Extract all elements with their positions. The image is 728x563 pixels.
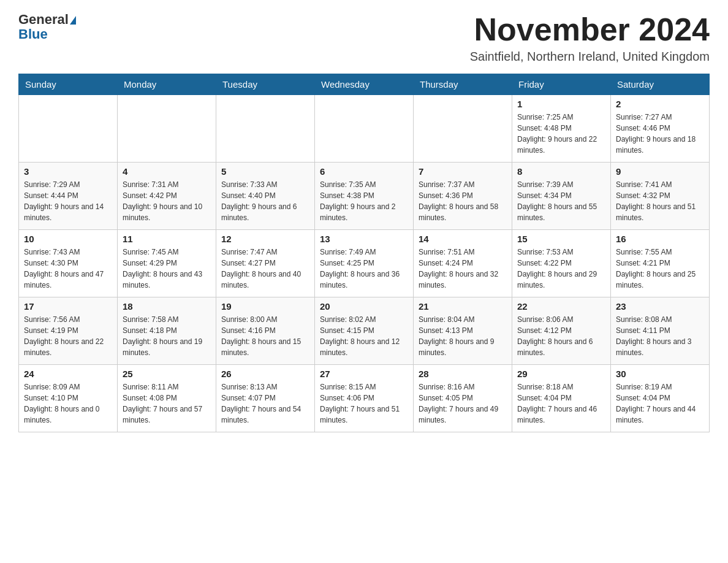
calendar-cell: 1Sunrise: 7:25 AMSunset: 4:48 PMDaylight… [512, 95, 611, 163]
day-info: Sunrise: 8:13 AMSunset: 4:07 PMDaylight:… [221, 381, 309, 426]
day-header-saturday: Saturday [611, 74, 710, 95]
day-info: Sunrise: 7:58 AMSunset: 4:18 PMDaylight:… [123, 314, 211, 358]
calendar-cell [414, 95, 512, 163]
day-info: Sunrise: 7:33 AMSunset: 4:40 PMDaylight:… [221, 179, 309, 223]
calendar-cell: 30Sunrise: 8:19 AMSunset: 4:04 PMDayligh… [611, 365, 710, 432]
calendar-cell: 15Sunrise: 7:53 AMSunset: 4:22 PMDayligh… [512, 230, 611, 297]
day-info: Sunrise: 8:00 AMSunset: 4:16 PMDaylight:… [221, 314, 309, 358]
day-info: Sunrise: 8:02 AMSunset: 4:15 PMDaylight:… [320, 314, 408, 358]
day-info: Sunrise: 7:39 AMSunset: 4:34 PMDaylight:… [517, 179, 605, 223]
calendar-cell: 11Sunrise: 7:45 AMSunset: 4:29 PMDayligh… [118, 230, 216, 297]
calendar-cell: 19Sunrise: 8:00 AMSunset: 4:16 PMDayligh… [216, 297, 315, 365]
week-row-3: 10Sunrise: 7:43 AMSunset: 4:30 PMDayligh… [19, 230, 710, 297]
day-header-sunday: Sunday [19, 74, 118, 95]
logo-triangle-icon [70, 16, 76, 25]
calendar-cell: 29Sunrise: 8:18 AMSunset: 4:04 PMDayligh… [512, 365, 611, 432]
day-info: Sunrise: 8:04 AMSunset: 4:13 PMDaylight:… [419, 314, 507, 358]
day-number: 3 [24, 166, 112, 177]
location-title: Saintfield, Northern Ireland, United Kin… [470, 50, 710, 64]
day-info: Sunrise: 7:29 AMSunset: 4:44 PMDaylight:… [24, 179, 112, 223]
day-number: 29 [517, 369, 605, 379]
day-number: 1 [517, 99, 605, 109]
day-number: 13 [320, 234, 408, 244]
calendar-cell: 9Sunrise: 7:41 AMSunset: 4:32 PMDaylight… [611, 163, 710, 230]
calendar-cell: 10Sunrise: 7:43 AMSunset: 4:30 PMDayligh… [19, 230, 118, 297]
day-info: Sunrise: 7:25 AMSunset: 4:48 PMDaylight:… [517, 112, 605, 156]
calendar-cell: 5Sunrise: 7:33 AMSunset: 4:40 PMDaylight… [216, 163, 315, 230]
day-number: 15 [517, 234, 605, 244]
logo-general-text: General [18, 12, 69, 27]
week-row-4: 17Sunrise: 7:56 AMSunset: 4:19 PMDayligh… [19, 297, 710, 365]
calendar-cell: 21Sunrise: 8:04 AMSunset: 4:13 PMDayligh… [414, 297, 512, 365]
day-info: Sunrise: 8:08 AMSunset: 4:11 PMDaylight:… [616, 314, 704, 358]
day-info: Sunrise: 7:55 AMSunset: 4:21 PMDaylight:… [616, 247, 704, 291]
day-number: 26 [221, 369, 309, 379]
day-header-friday: Friday [512, 74, 611, 95]
day-number: 21 [419, 301, 507, 312]
day-number: 17 [24, 301, 112, 312]
day-header-monday: Monday [118, 74, 216, 95]
month-title: November 2024 [470, 12, 710, 47]
day-number: 14 [419, 234, 507, 244]
day-info: Sunrise: 8:11 AMSunset: 4:08 PMDaylight:… [123, 381, 211, 426]
calendar-cell: 22Sunrise: 8:06 AMSunset: 4:12 PMDayligh… [512, 297, 611, 365]
header: General Blue November 2024 Saintfield, N… [18, 12, 710, 64]
calendar-cell: 24Sunrise: 8:09 AMSunset: 4:10 PMDayligh… [19, 365, 118, 432]
day-number: 16 [616, 234, 704, 244]
day-number: 11 [123, 234, 211, 244]
calendar-cell: 17Sunrise: 7:56 AMSunset: 4:19 PMDayligh… [19, 297, 118, 365]
calendar-cell: 12Sunrise: 7:47 AMSunset: 4:27 PMDayligh… [216, 230, 315, 297]
day-number: 28 [419, 369, 507, 379]
calendar-cell [216, 95, 315, 163]
logo: General Blue [18, 12, 76, 42]
day-info: Sunrise: 8:16 AMSunset: 4:05 PMDaylight:… [419, 381, 507, 426]
day-number: 20 [320, 301, 408, 312]
day-number: 22 [517, 301, 605, 312]
day-info: Sunrise: 7:47 AMSunset: 4:27 PMDaylight:… [221, 247, 309, 291]
week-row-5: 24Sunrise: 8:09 AMSunset: 4:10 PMDayligh… [19, 365, 710, 432]
day-info: Sunrise: 8:15 AMSunset: 4:06 PMDaylight:… [320, 381, 408, 426]
day-number: 8 [517, 166, 605, 177]
day-info: Sunrise: 7:27 AMSunset: 4:46 PMDaylight:… [616, 112, 704, 156]
calendar-cell: 26Sunrise: 8:13 AMSunset: 4:07 PMDayligh… [216, 365, 315, 432]
day-number: 4 [123, 166, 211, 177]
day-info: Sunrise: 7:53 AMSunset: 4:22 PMDaylight:… [517, 247, 605, 291]
day-number: 23 [616, 301, 704, 312]
day-number: 18 [123, 301, 211, 312]
day-number: 27 [320, 369, 408, 379]
day-info: Sunrise: 7:37 AMSunset: 4:36 PMDaylight:… [419, 179, 507, 223]
day-info: Sunrise: 7:51 AMSunset: 4:24 PMDaylight:… [419, 247, 507, 291]
calendar-cell: 14Sunrise: 7:51 AMSunset: 4:24 PMDayligh… [414, 230, 512, 297]
day-info: Sunrise: 8:09 AMSunset: 4:10 PMDaylight:… [24, 381, 112, 426]
day-info: Sunrise: 7:31 AMSunset: 4:42 PMDaylight:… [123, 179, 211, 223]
day-header-tuesday: Tuesday [216, 74, 315, 95]
calendar-cell: 2Sunrise: 7:27 AMSunset: 4:46 PMDaylight… [611, 95, 710, 163]
calendar-cell: 6Sunrise: 7:35 AMSunset: 4:38 PMDaylight… [315, 163, 414, 230]
calendar-cell: 16Sunrise: 7:55 AMSunset: 4:21 PMDayligh… [611, 230, 710, 297]
day-header-thursday: Thursday [414, 74, 512, 95]
day-info: Sunrise: 8:19 AMSunset: 4:04 PMDaylight:… [616, 381, 704, 426]
calendar-cell: 8Sunrise: 7:39 AMSunset: 4:34 PMDaylight… [512, 163, 611, 230]
calendar-cell: 23Sunrise: 8:08 AMSunset: 4:11 PMDayligh… [611, 297, 710, 365]
day-number: 19 [221, 301, 309, 312]
day-info: Sunrise: 7:35 AMSunset: 4:38 PMDaylight:… [320, 179, 408, 223]
day-info: Sunrise: 7:41 AMSunset: 4:32 PMDaylight:… [616, 179, 704, 223]
week-row-1: 1Sunrise: 7:25 AMSunset: 4:48 PMDaylight… [19, 95, 710, 163]
calendar-cell: 13Sunrise: 7:49 AMSunset: 4:25 PMDayligh… [315, 230, 414, 297]
calendar-cell [19, 95, 118, 163]
day-header-wednesday: Wednesday [315, 74, 414, 95]
calendar-cell: 28Sunrise: 8:16 AMSunset: 4:05 PMDayligh… [414, 365, 512, 432]
day-number: 5 [221, 166, 309, 177]
day-number: 9 [616, 166, 704, 177]
day-info: Sunrise: 7:49 AMSunset: 4:25 PMDaylight:… [320, 247, 408, 291]
day-info: Sunrise: 8:06 AMSunset: 4:12 PMDaylight:… [517, 314, 605, 358]
day-number: 7 [419, 166, 507, 177]
day-number: 10 [24, 234, 112, 244]
title-area: November 2024 Saintfield, Northern Irela… [470, 12, 710, 64]
day-number: 6 [320, 166, 408, 177]
calendar-cell: 4Sunrise: 7:31 AMSunset: 4:42 PMDaylight… [118, 163, 216, 230]
day-number: 12 [221, 234, 309, 244]
day-number: 2 [616, 99, 704, 109]
calendar-cell: 7Sunrise: 7:37 AMSunset: 4:36 PMDaylight… [414, 163, 512, 230]
calendar-cell: 20Sunrise: 8:02 AMSunset: 4:15 PMDayligh… [315, 297, 414, 365]
